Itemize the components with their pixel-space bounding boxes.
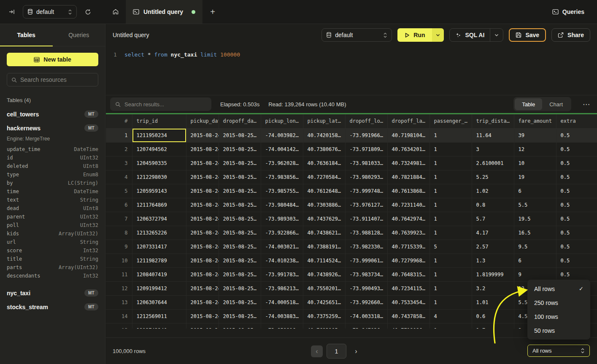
table-cell[interactable]: 0.5	[556, 240, 597, 253]
table-cell[interactable]: -74.004142…	[261, 142, 303, 156]
save-button[interactable]: Save	[509, 28, 546, 42]
table-cell[interactable]: 2015-08-25…	[219, 212, 261, 226]
table-cell[interactable]: 1206307644	[132, 295, 186, 309]
table-cell[interactable]: 40.7234115…	[387, 281, 430, 295]
table-cell[interactable]: 1.01	[472, 295, 514, 309]
table-cell[interactable]: 0.5	[556, 142, 597, 156]
table-cell[interactable]: -73.991966…	[345, 128, 387, 142]
sidebar-search[interactable]	[7, 73, 98, 86]
table-cell[interactable]: 2015-08-24…	[186, 156, 219, 170]
table-cell[interactable]: -73.985755…	[261, 184, 303, 198]
table-cell[interactable]: 2015-08-25…	[219, 240, 261, 253]
table-cell[interactable]: -73.988128…	[345, 226, 387, 240]
table-cell[interactable]: 40.7231140…	[387, 198, 430, 212]
current-page[interactable]: 1	[327, 344, 346, 359]
table-cell[interactable]: 10	[514, 156, 556, 170]
table-cell[interactable]: 2015-08-24…	[186, 309, 219, 323]
results-search[interactable]	[110, 97, 211, 111]
sidebar-tab-queries[interactable]: Queries	[53, 24, 105, 46]
table-cell[interactable]: -73.992660…	[345, 295, 387, 309]
table-cell[interactable]: 1	[430, 184, 472, 198]
table-cell[interactable]: 40.7550201…	[303, 281, 345, 295]
table-cell[interactable]: 1	[430, 212, 472, 226]
table-cell[interactable]: 2015-08-25…	[219, 281, 261, 295]
table-cell[interactable]: -73.989303…	[261, 212, 303, 226]
sidebar-tab-tables[interactable]: Tables	[0, 24, 53, 46]
table-cell[interactable]: 40.7270584…	[303, 170, 345, 184]
sidebar-table-hackernews[interactable]: hackernewsMT	[0, 121, 105, 135]
column-header-passenger_[interactable]: passenger_…	[430, 114, 472, 128]
table-cell[interactable]: 1	[430, 267, 472, 281]
table-cell[interactable]: 0.5	[556, 128, 597, 142]
table-cell[interactable]: -73.947036…	[345, 323, 387, 329]
table-cell[interactable]: 5	[430, 240, 472, 253]
table-cell[interactable]: 1208407419	[132, 267, 186, 281]
table-cell[interactable]: 11.64	[472, 128, 514, 142]
table-cell[interactable]: 1	[430, 226, 472, 240]
sql-editor[interactable]: 1 select * from nyc_taxi limit 100000	[106, 46, 597, 95]
sql-ai-button[interactable]: SQL AI	[450, 32, 490, 38]
table-cell[interactable]: 0.5	[556, 156, 597, 170]
column-header-pickup_lat[interactable]: pickup_lat…	[303, 114, 345, 128]
table-cell[interactable]: 2015-08-24…	[186, 267, 219, 281]
table-cell[interactable]: 40.7533454…	[387, 295, 430, 309]
column-header-dropoff_da[interactable]: dropoff_da…	[219, 114, 261, 128]
table-cell[interactable]: 1212569011	[132, 309, 186, 323]
table-cell[interactable]: 1	[430, 281, 472, 295]
table-cell[interactable]: 1206372794	[132, 212, 186, 226]
run-button[interactable]: Run	[397, 28, 432, 42]
table-cell[interactable]: 40.7388191…	[303, 240, 345, 253]
new-tab-button[interactable]: +	[203, 0, 223, 24]
table-cell[interactable]: 40.7437858…	[387, 309, 430, 323]
table-cell[interactable]: 0.6	[472, 309, 514, 323]
table-cell[interactable]: 40.7683105…	[303, 323, 345, 329]
table-cell[interactable]: 40.7715339…	[387, 240, 430, 253]
table-cell[interactable]: 40.7634201…	[387, 142, 430, 156]
table-cell[interactable]: 40.7718086…	[387, 323, 430, 329]
sidebar-table-nyc_taxi[interactable]: nyc_taxiMT	[0, 286, 105, 300]
table-cell[interactable]: 1.3	[472, 253, 514, 267]
table-cell[interactable]: 6	[514, 253, 556, 267]
table-cell[interactable]: 3	[472, 142, 514, 156]
page-size-option-50-rows[interactable]: 50 rows	[527, 324, 590, 337]
table-cell[interactable]: 1204590335	[132, 156, 186, 170]
table-cell[interactable]: -73.981033…	[345, 156, 387, 170]
table-cell[interactable]: 2015-08-25…	[219, 184, 261, 198]
table-cell[interactable]: 1212298030	[132, 170, 186, 184]
table-cell[interactable]: 40.7612648…	[303, 184, 345, 198]
table-cell[interactable]: 6	[514, 184, 556, 198]
table-cell[interactable]: 19.5	[514, 212, 556, 226]
table-cell[interactable]: -73.980484…	[261, 198, 303, 212]
table-cell[interactable]: 2015-08-25…	[219, 142, 261, 156]
table-cell[interactable]: 1	[430, 156, 472, 170]
table-cell[interactable]: 1212743240	[132, 323, 186, 329]
query-database-selector[interactable]: default	[321, 28, 392, 42]
table-cell[interactable]: -74.000518…	[261, 295, 303, 309]
table-cell[interactable]: 1	[430, 142, 472, 156]
queries-button[interactable]: Queries	[552, 8, 584, 15]
tab-home[interactable]	[105, 0, 126, 24]
column-header-pickup_lon[interactable]: pickup_lon…	[261, 114, 303, 128]
table-cell[interactable]: 5.7	[472, 212, 514, 226]
selected-cell[interactable]: 1211950234	[132, 128, 186, 142]
page-size-option-100-rows[interactable]: 100 rows	[527, 310, 590, 324]
table-cell[interactable]: 0.5	[556, 253, 597, 267]
view-tab-chart[interactable]: Chart	[542, 98, 570, 110]
table-cell[interactable]: 16.5	[514, 226, 556, 240]
table-cell[interactable]: -74.003318…	[345, 309, 387, 323]
table-cell[interactable]: -74.003883…	[261, 309, 303, 323]
table-cell[interactable]: 1211764869	[132, 198, 186, 212]
table-cell[interactable]: 40.7324981…	[387, 156, 430, 170]
table-cell[interactable]: 40.7639923…	[387, 226, 430, 240]
table-cell[interactable]: 2015-08-24…	[186, 184, 219, 198]
table-cell[interactable]: -73.983856…	[261, 170, 303, 184]
results-more-button[interactable]: ⋯	[580, 100, 593, 109]
table-cell[interactable]: -74.003982…	[261, 128, 303, 142]
table-cell[interactable]: 2015-08-24…	[186, 170, 219, 184]
table-cell[interactable]: 2015-08-24…	[186, 226, 219, 240]
table-cell[interactable]: 1211982789	[132, 253, 186, 267]
table-cell[interactable]: 2015-08-24…	[186, 142, 219, 156]
table-cell[interactable]: 40.7375259…	[303, 309, 345, 323]
table-cell[interactable]: 1	[430, 295, 472, 309]
table-cell[interactable]: 2015-08-24…	[186, 128, 219, 142]
